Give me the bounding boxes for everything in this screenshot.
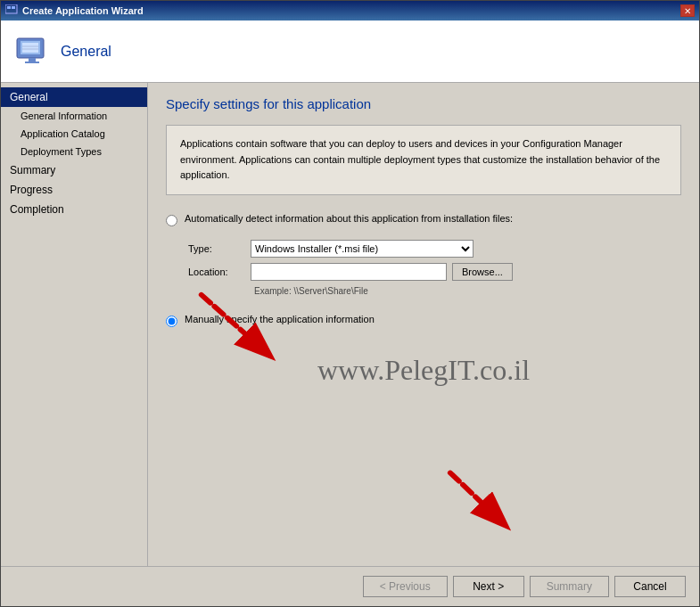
window-title: Create Application Wizard bbox=[22, 5, 144, 16]
auto-detect-option: Automatically detect information about t… bbox=[166, 213, 681, 226]
wizard-icon bbox=[14, 34, 50, 70]
sidebar-item-general[interactable]: General bbox=[1, 87, 147, 107]
location-row: Location: Browse... bbox=[188, 263, 681, 281]
manual-specify-radio[interactable] bbox=[166, 316, 177, 327]
wizard-window: Create Application Wizard ✕ General Gene… bbox=[0, 0, 700, 607]
auto-detect-label[interactable]: Automatically detect information about t… bbox=[185, 213, 513, 224]
summary-button[interactable]: Summary bbox=[530, 576, 609, 597]
watermark-text: www.PelegIT.co.il bbox=[166, 354, 681, 387]
manual-specify-option: Manually specify the application informa… bbox=[166, 314, 681, 327]
example-text: Example: \\Server\Share\File bbox=[254, 286, 681, 296]
svg-rect-7 bbox=[22, 43, 38, 53]
title-bar: Create Application Wizard ✕ bbox=[1, 1, 699, 21]
browse-button[interactable]: Browse... bbox=[452, 263, 513, 281]
sidebar-item-progress[interactable]: Progress bbox=[1, 180, 147, 200]
location-label: Location: bbox=[188, 267, 251, 277]
type-label: Type: bbox=[188, 243, 251, 254]
cancel-button[interactable]: Cancel bbox=[614, 576, 686, 597]
svg-line-12 bbox=[450, 472, 504, 523]
sidebar-item-deployment-types[interactable]: Deployment Types bbox=[1, 143, 147, 160]
auto-detect-subform: Type: Windows Installer (*.msi file) Loc… bbox=[188, 240, 681, 296]
wizard-footer: < Previous Next > Summary Cancel bbox=[1, 566, 699, 606]
wizard-header: General bbox=[1, 21, 699, 83]
svg-rect-0 bbox=[5, 4, 17, 13]
svg-rect-2 bbox=[12, 6, 15, 9]
previous-button[interactable]: < Previous bbox=[363, 576, 448, 597]
content-area: Specify settings for this application Ap… bbox=[148, 83, 699, 566]
wizard-body: General General Information Application … bbox=[1, 83, 699, 566]
radio-section: Automatically detect information about t… bbox=[166, 213, 681, 327]
svg-rect-1 bbox=[7, 6, 11, 9]
description-box: Applications contain software that you c… bbox=[166, 125, 681, 195]
next-button[interactable]: Next > bbox=[453, 576, 524, 597]
sidebar: General General Information Application … bbox=[1, 83, 148, 566]
sidebar-item-summary[interactable]: Summary bbox=[1, 160, 147, 180]
content-title: Specify settings for this application bbox=[166, 96, 681, 111]
auto-detect-radio[interactable] bbox=[166, 215, 177, 226]
svg-rect-6 bbox=[25, 62, 39, 63]
type-row: Type: Windows Installer (*.msi file) bbox=[188, 240, 681, 258]
sidebar-item-completion[interactable]: Completion bbox=[1, 200, 147, 219]
sidebar-item-general-information[interactable]: General Information bbox=[1, 107, 147, 125]
close-button[interactable]: ✕ bbox=[680, 4, 695, 17]
sidebar-item-application-catalog[interactable]: Application Catalog bbox=[1, 125, 147, 143]
svg-rect-5 bbox=[29, 58, 36, 62]
title-bar-left: Create Application Wizard bbox=[5, 4, 144, 17]
header-title: General bbox=[61, 44, 111, 60]
window-icon bbox=[5, 4, 18, 17]
type-select[interactable]: Windows Installer (*.msi file) bbox=[251, 240, 474, 258]
location-input[interactable] bbox=[251, 263, 447, 281]
manual-specify-label[interactable]: Manually specify the application informa… bbox=[185, 314, 375, 324]
description-text: Applications contain software that you c… bbox=[180, 138, 660, 180]
